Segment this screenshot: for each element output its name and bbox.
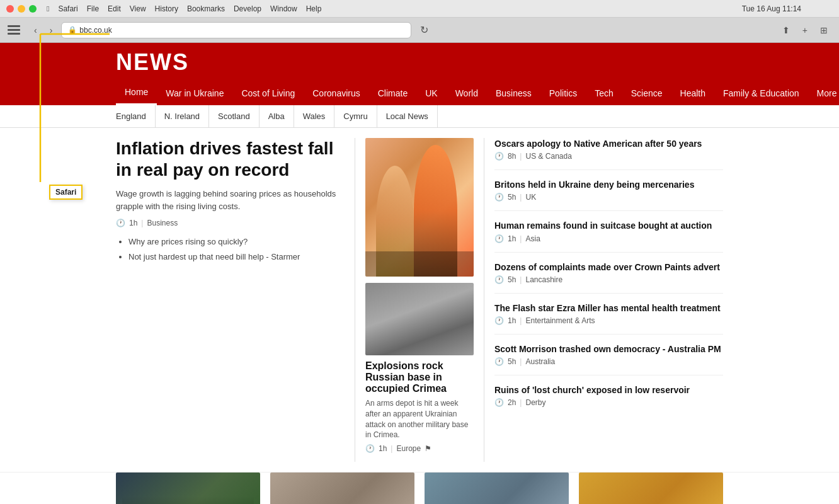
bullet-item-2[interactable]: Not just hardest up that need bill help … xyxy=(128,251,345,263)
nav-family[interactable]: Family & Education xyxy=(714,82,808,105)
headline-column: Inflation drives fastest fall in real pa… xyxy=(116,138,355,462)
sidebar-item-4: Dozens of complaints made over Crown Pai… xyxy=(494,261,723,294)
card-image-4 xyxy=(579,472,723,504)
nav-cost-of-living[interactable]: Cost of Living xyxy=(232,82,304,105)
system-time: Tue 16 Aug 11:14 xyxy=(742,4,801,13)
reload-button[interactable]: ↻ xyxy=(416,21,432,38)
nav-uk[interactable]: UK xyxy=(416,82,446,105)
crimea-clock-icon: 🕐 xyxy=(365,444,375,453)
sidebar-title-7[interactable]: Ruins of 'lost church' exposed in low re… xyxy=(494,384,723,396)
window-controls[interactable] xyxy=(6,5,37,13)
sidebar-cat-6[interactable]: Australia xyxy=(525,357,555,366)
nav-world[interactable]: World xyxy=(447,82,487,105)
nav-health[interactable]: Health xyxy=(671,82,714,105)
subnav-alba[interactable]: Alba xyxy=(260,105,294,127)
crimea-desc: An arms depot is hit a week after an app… xyxy=(365,398,474,440)
sidebar-item-5: The Flash star Ezra Miller has mental he… xyxy=(494,302,723,335)
cards-row: 'I wish I'd never worked for the UK in A… xyxy=(0,472,839,504)
lock-icon: 🔒 xyxy=(68,26,77,34)
maximize-button[interactable] xyxy=(29,5,37,13)
close-button[interactable] xyxy=(6,5,14,13)
url-display: bbc.co.uk xyxy=(79,26,111,35)
nav-tech[interactable]: Tech xyxy=(586,82,622,105)
back-button[interactable]: ‹ xyxy=(30,23,41,38)
sidebar-column: Oscars apology to Native American after … xyxy=(484,138,723,462)
headline-category[interactable]: Business xyxy=(147,219,178,227)
subnav-cymru[interactable]: Cymru xyxy=(334,105,377,127)
sidebar-cat-7[interactable]: Derby xyxy=(525,398,545,407)
card-4[interactable]: A$AP Rocky charged over shooting in Holl… xyxy=(579,472,723,504)
menu-safari[interactable]: Safari xyxy=(58,4,77,13)
flag-icon: ⚑ xyxy=(425,444,431,453)
browser-toolbar: ‹ › 🔒 bbc.co.uk ↻ ⬆ + ⊞ xyxy=(0,18,839,43)
subnav-england[interactable]: England xyxy=(116,105,156,127)
nav-science[interactable]: Science xyxy=(622,82,671,105)
crimea-time: 1h xyxy=(379,444,387,453)
menu-file[interactable]: File xyxy=(87,4,99,13)
clock-icon: 🕐 xyxy=(494,357,504,366)
card-1[interactable]: 'I wish I'd never worked for the UK in A… xyxy=(116,472,260,504)
main-content: Inflation drives fastest fall in real pa… xyxy=(0,128,839,472)
new-tab-button[interactable]: + xyxy=(799,23,811,38)
apple-menu[interactable]:  xyxy=(47,4,49,13)
card-3[interactable]: Life savings lost after watchdog failed … xyxy=(425,472,569,504)
headline-title[interactable]: Inflation drives fastest fall in real pa… xyxy=(116,138,345,180)
menu-edit[interactable]: Edit xyxy=(108,4,121,13)
menu-window[interactable]: Window xyxy=(270,4,297,13)
menu-bookmarks[interactable]: Bookmarks xyxy=(187,4,225,13)
clock-icon: 🕐 xyxy=(116,219,125,227)
clock-icon: 🕐 xyxy=(494,234,504,243)
nav-coronavirus[interactable]: Coronavirus xyxy=(304,82,368,105)
sidebar-cat-3[interactable]: Asia xyxy=(525,234,540,243)
clock-icon: 🕐 xyxy=(494,316,504,325)
menu-view[interactable]: View xyxy=(130,4,146,13)
sidebar-title-1[interactable]: Oscars apology to Native American after … xyxy=(494,138,723,149)
crimea-story: Explosions rock Russian base in occupied… xyxy=(365,283,474,453)
nav-politics[interactable]: Politics xyxy=(540,82,586,105)
address-bar[interactable]: 🔒 bbc.co.uk xyxy=(61,22,411,38)
subnav-scotland[interactable]: Scotland xyxy=(209,105,260,127)
crimea-image xyxy=(365,283,474,355)
sidebar-cat-5[interactable]: Entertainment & Arts xyxy=(525,316,595,325)
nav-home[interactable]: Home xyxy=(116,81,157,105)
nav-business[interactable]: Business xyxy=(487,82,540,105)
bullet-item-1[interactable]: Why are prices rising so quickly? xyxy=(128,236,345,248)
mac-titlebar:  Safari File Edit View History Bookmark… xyxy=(0,0,839,18)
sidebar-title-6[interactable]: Scott Morrison trashed own democracy - A… xyxy=(494,343,723,355)
subnav-nireland[interactable]: N. Ireland xyxy=(156,105,209,127)
nav-ukraine[interactable]: War in Ukraine xyxy=(157,82,232,105)
main-image[interactable] xyxy=(365,138,474,277)
menu-develop[interactable]: Develop xyxy=(234,4,261,13)
sidebar-toggle[interactable] xyxy=(8,25,20,35)
bbc-logo[interactable]: NEWS xyxy=(116,49,723,81)
bbc-header: NEWS xyxy=(0,43,839,81)
sidebar-cat-1[interactable]: US & Canada xyxy=(525,152,571,161)
clock-icon: 🕐 xyxy=(494,193,504,202)
sidebar-title-2[interactable]: Britons held in Ukraine deny being merce… xyxy=(494,179,723,190)
card-image-3 xyxy=(425,472,569,504)
forward-button[interactable]: › xyxy=(46,23,57,38)
headline-bullets: Why are prices rising so quickly? Not ju… xyxy=(116,236,345,263)
crimea-title[interactable]: Explosions rock Russian base in occupied… xyxy=(365,360,474,394)
nav-more[interactable]: More ▼ xyxy=(808,82,839,105)
share-button[interactable]: ⬆ xyxy=(779,23,794,38)
sidebar-title-3[interactable]: Human remains found in suitcase bought a… xyxy=(494,220,723,231)
card-2[interactable]: Storms and heavy rain hit UK amid weathe… xyxy=(270,472,414,504)
menu-help[interactable]: Help xyxy=(306,4,322,13)
card-image-1 xyxy=(116,472,260,504)
sidebar-title-5[interactable]: The Flash star Ezra Miller has mental he… xyxy=(494,302,723,314)
sidebar-cat-2[interactable]: UK xyxy=(525,193,536,202)
sidebar-cat-4[interactable]: Lancashire xyxy=(525,275,562,284)
subnav-wales[interactable]: Wales xyxy=(294,105,335,127)
nav-climate[interactable]: Climate xyxy=(369,82,416,105)
tab-overview-button[interactable]: ⊞ xyxy=(816,23,831,38)
menu-history[interactable]: History xyxy=(155,4,178,13)
sidebar-time-6: 5h xyxy=(508,357,516,366)
minimize-button[interactable] xyxy=(18,5,25,13)
subnav-local-news[interactable]: Local News xyxy=(377,105,438,127)
sidebar-title-4[interactable]: Dozens of complaints made over Crown Pai… xyxy=(494,261,723,273)
sidebar-meta-3: 🕐 1h | Asia xyxy=(494,234,723,243)
headline-meta: 🕐 1h | Business xyxy=(116,219,345,227)
sub-nav: England N. Ireland Scotland Alba Wales C… xyxy=(0,105,839,128)
crimea-category[interactable]: Europe xyxy=(396,444,421,453)
